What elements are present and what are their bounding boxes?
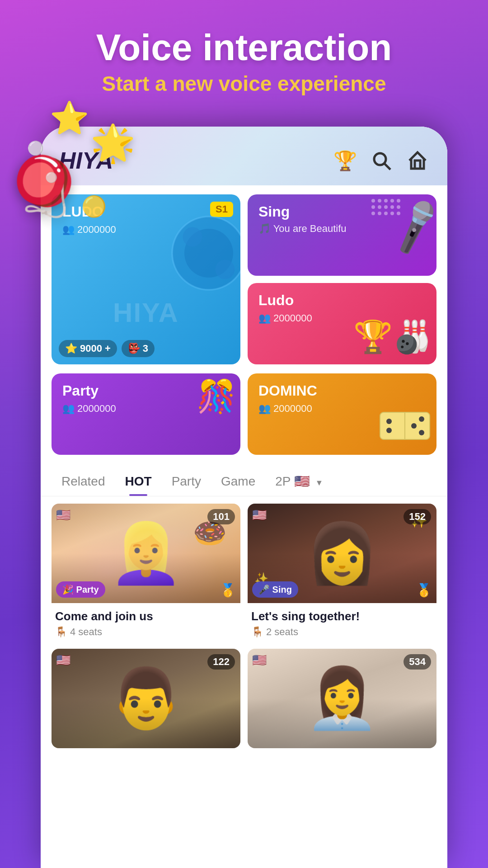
svg-point-5 <box>215 259 235 279</box>
stream-flag-4: 🇺🇸 <box>252 653 267 667</box>
tab-2p-label: 2P 🇺🇸 <box>275 474 310 488</box>
game-grid: LUDO 👥 2000000 S1 <box>41 185 447 373</box>
tab-game[interactable]: Game <box>211 467 265 496</box>
domino-title: DOMINC <box>258 382 426 399</box>
stream-count-4: 534 <box>404 654 431 670</box>
stream-thumb-1: 👱‍♀️ 🍩 🇺🇸 101 🎉 Party 🥇 <box>52 504 240 603</box>
stream-card-2[interactable]: 👩 ✨ ✨ 🇺🇸 152 🎤 Sing 🥇 Let's sing togethe… <box>248 504 436 642</box>
party-tag-label: 🎉 Party <box>62 584 99 595</box>
ludo-board-deco <box>168 208 240 298</box>
tabs-bar: Related HOT Party Game 2P 🇺🇸 ▼ <box>41 462 447 496</box>
main-title: Voice interaction <box>0 27 488 68</box>
phone-header: HIYA 🏆 <box>41 127 447 185</box>
stream-flag-1: 🇺🇸 <box>56 508 70 522</box>
stream-count-1: 101 <box>207 509 235 524</box>
tab-hot[interactable]: HOT <box>115 467 162 496</box>
svg-line-1 <box>385 164 390 170</box>
sub-title: Start a new voice experience <box>0 71 488 96</box>
stream-title-2: Let's sing together! <box>251 609 433 623</box>
game-card-sing[interactable]: Sing 🎵 You are Beautifu 🎤 <box>248 194 436 276</box>
ludo-rank-badge: 👺 3 <box>122 340 155 357</box>
stream-title-1: Come and join us <box>55 609 237 623</box>
phone-mockup: HIYA 🏆 <box>41 127 447 868</box>
stream-award-2: 🥇 <box>416 583 432 598</box>
game-card-ludo-blue[interactable]: LUDO 👥 2000000 S1 <box>52 194 240 364</box>
stream-count-2: 152 <box>404 509 431 524</box>
ludo-watermark: HIYA <box>52 297 240 328</box>
search-icon[interactable] <box>370 149 393 172</box>
svg-point-8 <box>386 419 392 424</box>
ludo-blue-bottom: ⭐ 9000 + 👺 3 <box>59 340 155 357</box>
tab-party[interactable]: Party <box>162 467 211 496</box>
ludo-pink-title: Ludo <box>258 292 426 309</box>
second-game-row: Party 👥 2000000 🎊 DOMINC 👥 2000000 <box>41 373 447 462</box>
stream-tag-1: 🎉 Party <box>56 581 105 598</box>
stream-count-3: 122 <box>207 654 235 670</box>
ludo-pink-pieces: 🏆🎳 <box>353 318 432 355</box>
sing-tag-label: 🎤 Sing <box>258 584 292 595</box>
party-deco: 🎊 <box>197 378 236 415</box>
stream-seats-1: 🪑 4 seats <box>55 626 237 638</box>
header-icons: 🏆 <box>333 149 429 172</box>
tab-dropdown-icon: ▼ <box>315 478 324 487</box>
app-logo: HIYA <box>59 147 113 174</box>
stream-award-1: 🥇 <box>220 583 236 598</box>
stream-seats-2: 🪑 2 seats <box>251 626 433 638</box>
svg-point-11 <box>419 416 424 422</box>
stream-info-2: Let's sing together! 🪑 2 seats <box>248 603 436 642</box>
stream-grid: 👱‍♀️ 🍩 🇺🇸 101 🎉 Party 🥇 Come and join us <box>41 496 447 755</box>
svg-point-12 <box>419 430 424 435</box>
header-section: Voice interaction Start a new voice expe… <box>0 27 488 96</box>
stream-thumb-4: 👩‍💼 🇺🇸 534 <box>248 649 436 748</box>
svg-point-10 <box>411 423 417 429</box>
svg-point-9 <box>386 428 392 433</box>
stream-info-1: Come and join us 🪑 4 seats <box>52 603 240 642</box>
stream-card-1[interactable]: 👱‍♀️ 🍩 🇺🇸 101 🎉 Party 🥇 Come and join us <box>52 504 240 642</box>
stream-card-3[interactable]: 👨 🇺🇸 122 <box>52 649 240 748</box>
stream-thumb-3: 👨 🇺🇸 122 <box>52 649 240 748</box>
tab-2p[interactable]: 2P 🇺🇸 ▼ <box>265 467 333 496</box>
stream-thumb-2: 👩 ✨ ✨ 🇺🇸 152 🎤 Sing 🥇 <box>248 504 436 603</box>
stream-flag-3: 🇺🇸 <box>56 653 70 667</box>
right-col: Sing 🎵 You are Beautifu 🎤 <box>248 194 436 364</box>
phone-inner: HIYA 🏆 <box>41 127 447 868</box>
svg-point-0 <box>374 153 386 165</box>
game-card-ludo-pink[interactable]: Ludo 👥 2000000 🏆🎳 <box>248 283 436 364</box>
home-icon[interactable] <box>406 149 429 172</box>
svg-point-4 <box>183 227 202 246</box>
game-card-party[interactable]: Party 👥 2000000 🎊 <box>52 373 240 455</box>
game-card-domino[interactable]: DOMINC 👥 2000000 <box>248 373 436 455</box>
stream-flag-2: 🇺🇸 <box>252 508 267 522</box>
ludo-star-badge: ⭐ 9000 + <box>59 340 117 357</box>
domino-deco <box>378 408 432 450</box>
trophy-icon[interactable]: 🏆 <box>333 149 357 172</box>
stream-card-4[interactable]: 👩‍💼 🇺🇸 534 <box>248 649 436 748</box>
tab-related[interactable]: Related <box>52 467 115 496</box>
stream-tag-2: 🎤 Sing <box>252 581 298 598</box>
